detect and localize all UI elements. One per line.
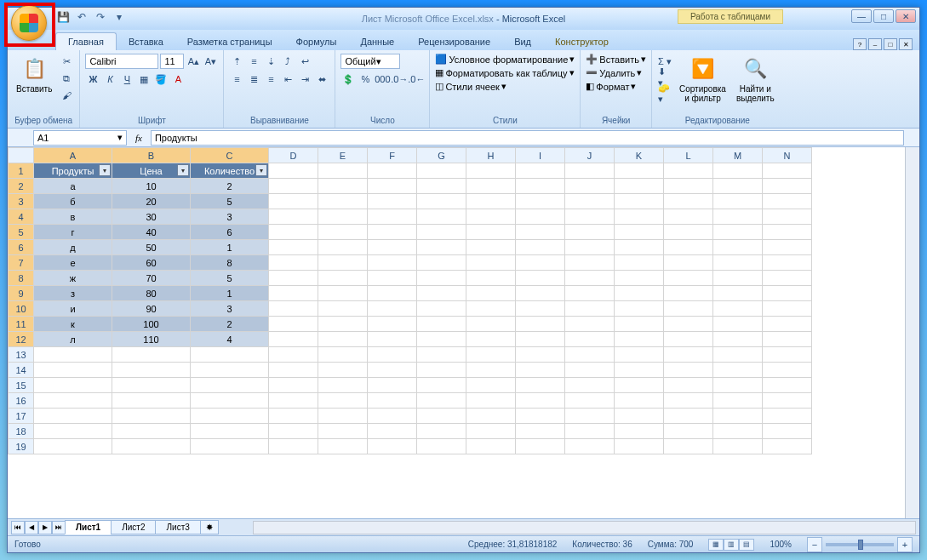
cell-N2[interactable]: [763, 179, 812, 194]
cell-D6[interactable]: [269, 240, 318, 255]
cell-B1[interactable]: Цена▾: [112, 163, 191, 179]
cell-M5[interactable]: [713, 225, 763, 240]
merge-button[interactable]: ⬌: [314, 71, 329, 87]
cell-G5[interactable]: [417, 225, 466, 240]
cell-G9[interactable]: [417, 286, 466, 301]
cell-D16[interactable]: [269, 393, 318, 409]
undo-icon[interactable]: ↶: [74, 9, 89, 25]
col-header-J[interactable]: J: [565, 148, 615, 163]
cell-J19[interactable]: [565, 439, 615, 454]
cell-E14[interactable]: [318, 363, 368, 378]
cell-K12[interactable]: [615, 332, 664, 347]
cell-E15[interactable]: [318, 378, 368, 393]
cell-D1[interactable]: [269, 163, 318, 179]
cell-L2[interactable]: [664, 179, 713, 194]
cell-L9[interactable]: [664, 286, 713, 301]
cell-C17[interactable]: [191, 409, 269, 424]
row-header-3[interactable]: 3: [9, 194, 34, 209]
cell-C13[interactable]: [191, 347, 269, 363]
cell-I11[interactable]: [516, 317, 565, 332]
cell-B19[interactable]: [112, 439, 191, 454]
cell-F5[interactable]: [368, 225, 417, 240]
cell-I5[interactable]: [516, 225, 565, 240]
cell-H18[interactable]: [466, 424, 516, 439]
sort-filter-button[interactable]: 🔽 Сортировка и фильтр: [676, 54, 730, 105]
cell-I13[interactable]: [516, 347, 565, 363]
cell-I6[interactable]: [516, 240, 565, 255]
cell-K7[interactable]: [615, 255, 664, 271]
cell-F3[interactable]: [368, 194, 417, 209]
tab-design[interactable]: Конструктор: [543, 33, 621, 50]
cell-N10[interactable]: [763, 301, 812, 317]
cell-E10[interactable]: [318, 301, 368, 317]
cell-N11[interactable]: [763, 317, 812, 332]
decrease-decimal-button[interactable]: .0←: [409, 71, 424, 87]
cell-D17[interactable]: [269, 409, 318, 424]
cell-A13[interactable]: [34, 347, 112, 363]
maximize-button[interactable]: □: [873, 9, 894, 23]
cell-N6[interactable]: [763, 240, 812, 255]
row-header-16[interactable]: 16: [9, 393, 34, 409]
row-header-12[interactable]: 12: [9, 332, 34, 347]
doc-close-button[interactable]: ✕: [899, 38, 913, 50]
cell-B11[interactable]: 100: [112, 317, 191, 332]
cell-G11[interactable]: [417, 317, 466, 332]
sheet-tab-2[interactable]: Лист2: [111, 520, 156, 534]
cell-M18[interactable]: [713, 424, 763, 439]
cell-F10[interactable]: [368, 301, 417, 317]
cell-K8[interactable]: [615, 271, 664, 286]
cell-L12[interactable]: [664, 332, 713, 347]
cell-D2[interactable]: [269, 179, 318, 194]
cell-M19[interactable]: [713, 439, 763, 454]
cell-E2[interactable]: [318, 179, 368, 194]
align-right-button[interactable]: ≡: [263, 71, 278, 87]
cell-E17[interactable]: [318, 409, 368, 424]
cell-D13[interactable]: [269, 347, 318, 363]
doc-restore-button[interactable]: □: [884, 38, 897, 50]
decrease-indent-button[interactable]: ⇤: [280, 71, 295, 87]
cell-E8[interactable]: [318, 271, 368, 286]
cell-F13[interactable]: [368, 347, 417, 363]
row-header-17[interactable]: 17: [9, 409, 34, 424]
cell-G19[interactable]: [417, 439, 466, 454]
cell-M15[interactable]: [713, 378, 763, 393]
cell-D4[interactable]: [269, 209, 318, 225]
first-sheet-button[interactable]: ⏮: [11, 521, 25, 534]
cell-K13[interactable]: [615, 347, 664, 363]
cell-J17[interactable]: [565, 409, 615, 424]
cell-I4[interactable]: [516, 209, 565, 225]
cell-G13[interactable]: [417, 347, 466, 363]
cell-B10[interactable]: 90: [112, 301, 191, 317]
cell-C3[interactable]: 5: [191, 194, 269, 209]
grow-font-button[interactable]: A▴: [186, 54, 201, 69]
cell-L6[interactable]: [664, 240, 713, 255]
cell-I16[interactable]: [516, 393, 565, 409]
cell-F12[interactable]: [368, 332, 417, 347]
cell-N7[interactable]: [763, 255, 812, 271]
cell-J12[interactable]: [565, 332, 615, 347]
wrap-text-button[interactable]: ↩: [297, 54, 312, 69]
cell-F6[interactable]: [368, 240, 417, 255]
cell-N15[interactable]: [763, 378, 812, 393]
cut-button[interactable]: ✂: [59, 54, 74, 69]
cell-I18[interactable]: [516, 424, 565, 439]
cell-H5[interactable]: [466, 225, 516, 240]
cell-I3[interactable]: [516, 194, 565, 209]
cell-B16[interactable]: [112, 393, 191, 409]
cell-F4[interactable]: [368, 209, 417, 225]
cell-C1[interactable]: Количество▾: [191, 163, 269, 179]
cell-G4[interactable]: [417, 209, 466, 225]
cell-F17[interactable]: [368, 409, 417, 424]
cell-M17[interactable]: [713, 409, 763, 424]
cell-H7[interactable]: [466, 255, 516, 271]
cell-F8[interactable]: [368, 271, 417, 286]
cell-J13[interactable]: [565, 347, 615, 363]
col-header-D[interactable]: D: [269, 148, 318, 163]
cell-C7[interactable]: 8: [191, 255, 269, 271]
cell-E3[interactable]: [318, 194, 368, 209]
row-header-4[interactable]: 4: [9, 209, 34, 225]
cell-N4[interactable]: [763, 209, 812, 225]
cell-I10[interactable]: [516, 301, 565, 317]
col-header-K[interactable]: K: [615, 148, 664, 163]
cell-A4[interactable]: в: [34, 209, 112, 225]
